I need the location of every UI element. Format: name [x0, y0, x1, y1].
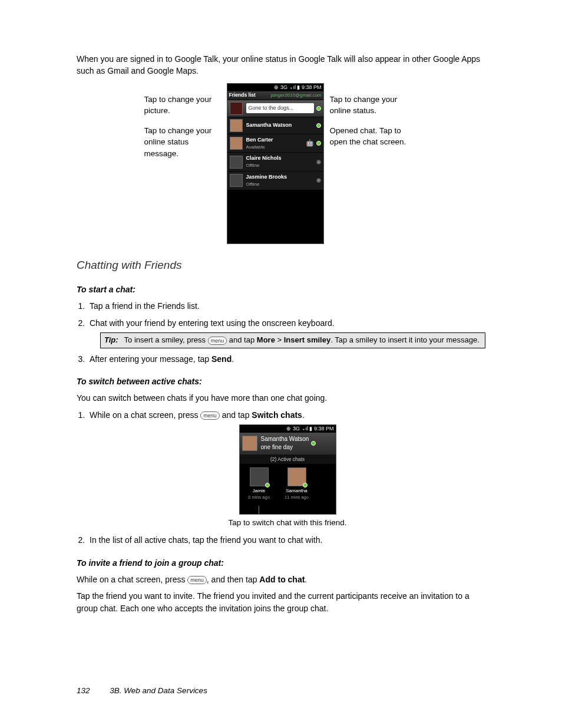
- intro-paragraph: When you are signed in to Google Talk, y…: [77, 53, 485, 77]
- subhead-start-chat: To start a chat:: [77, 284, 485, 295]
- add-to-chat-label: Add to chat: [259, 575, 305, 584]
- self-avatar[interactable]: [230, 102, 243, 115]
- friend-status-dot: [311, 441, 316, 446]
- chat-name: Samantha: [282, 487, 312, 495]
- menu-icon: menu: [208, 337, 227, 345]
- friends-header: Friends list jsinger2010@gmail.com: [227, 91, 323, 100]
- tip-box: Tip: To insert a smiley, press menu and …: [100, 332, 485, 348]
- callout-status-message: Tap to change your online status message…: [144, 125, 221, 160]
- friend-name: Samantha Watson: [246, 121, 314, 129]
- step: Tap a friend in the Friends list.: [87, 300, 485, 312]
- friend-status-dot: [316, 160, 321, 164]
- switch-chats-label: Switch chats: [252, 410, 302, 420]
- signal-label: 3G: [293, 426, 300, 431]
- txt: and tap: [227, 335, 257, 344]
- txt: While on a chat screen, press: [77, 575, 187, 584]
- friend-avatar: [230, 156, 243, 169]
- callout-picture: Tap to change your picture.: [144, 94, 221, 117]
- callouts-left: Tap to change your picture. Tap to chang…: [144, 83, 221, 168]
- page-footer: 132 3B. Web and Data Services: [77, 685, 485, 697]
- battery-icon: ▮: [309, 426, 312, 431]
- tip-text: To insert a smiley, press menu and tap M…: [124, 335, 480, 346]
- friend-status-dot: [316, 178, 321, 183]
- status-input[interactable]: Gone to the dogs...: [246, 103, 314, 113]
- chapter-title: 3B. Web and Data Services: [110, 686, 207, 695]
- txt: , and then tap: [207, 575, 260, 584]
- chat-time: 11 mins ago: [282, 495, 312, 501]
- android-icon: 🤖: [306, 139, 314, 148]
- subhead-switch-chats: To switch between active chats:: [77, 375, 485, 387]
- callout-online-status: Tap to change your online status.: [330, 94, 418, 117]
- phone-friends-list: ⊕ 3G ₊ıl ▮ 9:38 PM Friends list jsinger2…: [227, 83, 324, 244]
- bars-icon: ₊ıl: [290, 84, 297, 90]
- txt: .: [232, 354, 234, 364]
- status-bar: ⊕ 3G ₊ıl ▮ 9:38 PM: [227, 84, 323, 91]
- switch-intro: You can switch between chats if you have…: [77, 392, 485, 404]
- status-bar: ⊕ 3G ₊ıl ▮ 9:38 PM: [240, 425, 336, 433]
- txt: .: [305, 575, 307, 584]
- chat-item[interactable]: Jamie 0 mins ago: [244, 467, 274, 500]
- empty-area: [227, 190, 323, 243]
- status-input-row[interactable]: Gone to the dogs...: [227, 100, 323, 117]
- status-time: 9:38 PM: [314, 426, 334, 431]
- more-label: More: [257, 335, 275, 344]
- figure2-caption: Tap to switch chat with this friend.: [90, 517, 485, 529]
- chat-avatar: [287, 467, 306, 486]
- status-time: 9:38 PM: [302, 84, 322, 90]
- chat-status-dot: [265, 483, 270, 487]
- friend-name: Claire Nichols: [246, 154, 314, 162]
- chat-time: 0 mins ago: [244, 495, 274, 501]
- step: In the list of all active chats, tap the…: [87, 534, 485, 546]
- self-status-dot[interactable]: [316, 106, 321, 111]
- friend-row[interactable]: Samantha Watson: [227, 117, 323, 134]
- chat-status-dot: [303, 483, 308, 487]
- group-chat-para2: Tap the friend you want to invite. The f…: [77, 590, 485, 614]
- phone-switch-chats: ⊕ 3G ₊ıl ▮ 9:38 PM Samantha Watson one f…: [239, 424, 336, 515]
- page-number: 132: [77, 686, 90, 695]
- battery-icon: ▮: [297, 84, 300, 90]
- friends-title: Friends list: [229, 91, 256, 98]
- menu-icon: menu: [187, 576, 207, 584]
- signal-label: 3G: [280, 84, 287, 90]
- subhead-group-chat: To invite a friend to join a group chat:: [77, 557, 485, 569]
- friend-avatar: [230, 137, 243, 150]
- chat-item[interactable]: Samantha 11 mins ago: [282, 467, 312, 500]
- start-chat-steps: Tap a friend in the Friends list. Chat w…: [87, 300, 485, 365]
- txt: After entering your message, tap: [90, 354, 211, 364]
- friend-avatar: [230, 119, 243, 132]
- step: Chat with your friend by entering text u…: [87, 317, 485, 348]
- callout-open-chat: Opened chat. Tap to open the chat screen…: [330, 125, 418, 148]
- friend-row[interactable]: Ben Carter Available 🤖: [227, 134, 323, 153]
- group-chat-para1: While on a chat screen, press menu, and …: [77, 574, 485, 585]
- friend-avatar: [242, 436, 257, 451]
- friend-substatus: Offline: [246, 162, 314, 169]
- friend-substatus: one fine day: [261, 443, 309, 452]
- friend-row[interactable]: Jasmine Brooks Offline: [227, 172, 323, 190]
- friend-name: Samantha Watson: [261, 435, 309, 444]
- friend-substatus: Offline: [246, 181, 314, 188]
- txt: >: [275, 335, 284, 344]
- active-chats-row: Jamie 0 mins ago Samantha 11 mins ago: [240, 464, 336, 505]
- step: While on a chat screen, press menu and t…: [87, 409, 485, 529]
- friend-status-dot: [316, 123, 321, 128]
- account-email: jsinger2010@gmail.com: [256, 92, 322, 99]
- active-chats-label: (2) Active chats: [240, 454, 336, 464]
- friend-name: Jasmine Brooks: [246, 173, 314, 181]
- figure-1: Tap to change your picture. Tap to chang…: [77, 83, 485, 244]
- friend-name: Ben Carter: [246, 136, 306, 144]
- send-label: Send: [211, 354, 232, 364]
- friend-status-dot: [316, 141, 321, 146]
- menu-icon: menu: [200, 411, 220, 420]
- txt: . Tap a smiley to insert it into your me…: [330, 335, 480, 344]
- callouts-right: Tap to change your online status. Opened…: [330, 83, 418, 156]
- signal-icon: ⊕: [274, 84, 280, 90]
- txt: To insert a smiley, press: [124, 335, 208, 344]
- friend-avatar: [230, 174, 243, 187]
- txt: While on a chat screen, press: [90, 410, 200, 420]
- chat-name: Jamie: [244, 487, 274, 495]
- friend-row[interactable]: Claire Nichols Offline: [227, 153, 323, 172]
- txt: and tap: [220, 410, 252, 420]
- tip-label: Tip:: [104, 335, 118, 346]
- bars-icon: ₊ıl: [302, 426, 309, 431]
- insert-smiley-label: Insert smiley: [284, 335, 331, 344]
